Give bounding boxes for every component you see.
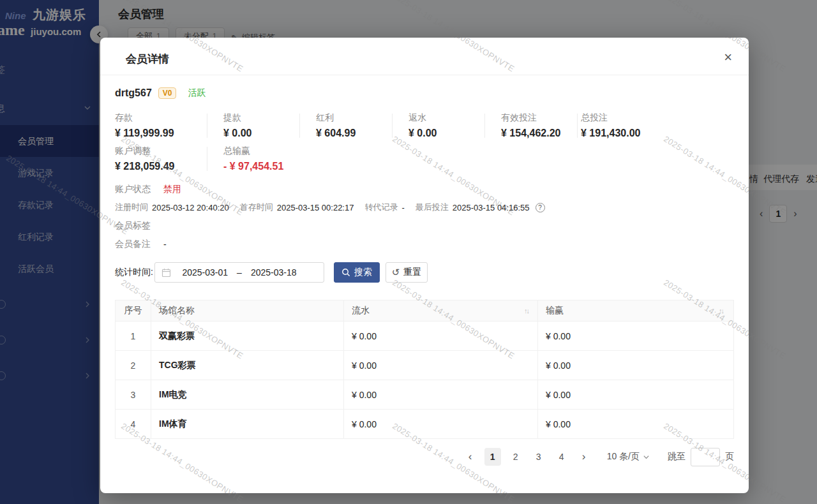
detail-label: 首存时间 <box>240 202 273 213</box>
venue-name: IM电竞 <box>151 380 344 409</box>
member-remark-label: 会员备注 <box>115 239 151 250</box>
sort-icon[interactable]: ↑↓ <box>719 307 724 315</box>
search-button[interactable]: 搜索 <box>334 262 380 283</box>
venue-name: TCG彩票 <box>151 351 344 380</box>
table-row: 4 IM体育 ¥ 0.00 ¥ 0.00 <box>116 409 733 438</box>
table-row: 2 TCG彩票 ¥ 0.00 ¥ 0.00 <box>116 350 733 380</box>
winloss-value: ¥ 0.00 <box>538 410 732 438</box>
stat-value: ¥ 604.99 <box>316 126 408 141</box>
agent-transfer-record: 转代记录 - <box>364 202 404 213</box>
column-header-turnover: 流水 ↑↓ <box>344 300 538 321</box>
member-activity-status: 活跃 <box>188 87 206 99</box>
stat-valid-bets: 有效投注 ¥ 154,462.20 <box>501 111 581 141</box>
date-range-picker[interactable]: 2025-03-01 – 2025-03-18 <box>154 262 324 283</box>
column-header-label: 流水 <box>352 305 370 316</box>
detail-value: - <box>401 203 404 212</box>
page-button-1[interactable]: 1 <box>484 448 501 466</box>
page-button-3[interactable]: 3 <box>530 448 547 466</box>
detail-value: 2025-03-12 20:40:20 <box>152 203 229 212</box>
calendar-icon <box>161 268 171 278</box>
jump-label: 跳至 <box>668 451 686 463</box>
account-status-row: 账户状态 禁用 <box>115 184 181 195</box>
modal-title: 会员详情 <box>126 52 169 66</box>
modal-header: 会员详情 × <box>100 38 749 75</box>
stats-row-1: 存款 ¥ 119,999.99 提款 ¥ 0.00 红利 ¥ 604.99 返水… <box>115 111 640 141</box>
column-header-label: 输赢 <box>546 305 564 316</box>
reset-button-label: 重置 <box>403 267 421 278</box>
detail-label: 注册时间 <box>115 202 148 213</box>
page-size-value: 10 条/页 <box>607 451 640 463</box>
first-deposit-time: 首存时间 2025-03-15 00:22:17 <box>240 202 354 213</box>
reset-button[interactable]: ↺ 重置 <box>386 262 428 283</box>
last-bet-time: 最后投注 2025-03-15 04:16:55 ? <box>416 202 545 213</box>
stat-deposit: 存款 ¥ 119,999.99 <box>115 111 223 141</box>
stat-label: 总投注 <box>581 111 640 124</box>
stat-label: 有效投注 <box>501 111 581 124</box>
stat-account-adjustment: 账户调整 ¥ 218,059.49 <box>115 144 223 174</box>
turnover-value: ¥ 0.00 <box>344 410 538 438</box>
next-page-icon[interactable]: › <box>576 450 592 463</box>
table-pagination: ‹ 1 2 3 4 › 10 条/页 跳至 页 <box>115 448 734 466</box>
account-status-badge: 禁用 <box>163 184 181 195</box>
winloss-value: ¥ 0.00 <box>538 380 732 409</box>
register-time: 注册时间 2025-03-12 20:40:20 <box>115 202 229 213</box>
column-header-winloss: 输赢 ↑↓ <box>538 300 732 321</box>
venue-name: 双赢彩票 <box>151 322 344 350</box>
table-row: 1 双赢彩票 ¥ 0.00 ¥ 0.00 <box>116 321 733 350</box>
member-summary: drtg567 V0 活跃 <box>115 87 206 99</box>
stat-value: ¥ 218,059.49 <box>115 159 223 174</box>
detail-value: 2025-03-15 04:16:55 <box>453 203 530 212</box>
date-separator: – <box>237 267 242 278</box>
stat-withdrawal: 提款 ¥ 0.00 <box>223 111 316 141</box>
stat-label: 红利 <box>316 111 408 124</box>
column-header-index: 序号 <box>116 300 151 321</box>
row-index: 1 <box>116 322 151 350</box>
detail-value: 2025-03-15 00:22:17 <box>277 203 354 212</box>
stat-rebate: 返水 ¥ 0.00 <box>408 111 501 141</box>
member-remark-row: 会员备注 - <box>115 239 167 250</box>
sort-icon[interactable]: ↑↓ <box>524 307 530 315</box>
stat-label: 存款 <box>115 111 223 124</box>
search-button-label: 搜索 <box>354 267 372 278</box>
stat-value: ¥ 154,462.20 <box>501 126 581 141</box>
member-tags-row: 会员标签 <box>115 220 151 232</box>
info-icon[interactable]: ? <box>536 203 545 212</box>
turnover-value: ¥ 0.00 <box>344 351 538 380</box>
venue-name: IM体育 <box>151 410 344 438</box>
winloss-value: ¥ 0.00 <box>538 322 732 350</box>
date-start-value: 2025-03-01 <box>182 267 228 278</box>
stats-time-label: 统计时间: <box>115 267 154 278</box>
account-status-label: 账户状态 <box>115 184 151 195</box>
page-button-2[interactable]: 2 <box>507 448 524 466</box>
stat-value: ¥ 0.00 <box>223 126 316 141</box>
row-index: 4 <box>116 410 151 438</box>
stat-value: ¥ 0.00 <box>408 126 501 141</box>
stat-label: 账户调整 <box>115 144 223 157</box>
stat-total-bets: 总投注 ¥ 191,430.00 <box>581 111 640 141</box>
winloss-value: ¥ 0.00 <box>538 351 732 380</box>
prev-page-icon[interactable]: ‹ <box>463 450 478 463</box>
stat-label: 提款 <box>223 111 316 124</box>
stat-value: ¥ 191,430.00 <box>581 126 640 141</box>
member-tags-label: 会员标签 <box>115 220 151 232</box>
search-icon <box>341 268 350 277</box>
member-detail-times-row: 注册时间 2025-03-12 20:40:20 首存时间 2025-03-15… <box>115 202 545 213</box>
member-detail-modal: 会员详情 × drtg567 V0 活跃 存款 ¥ 119,999.99 提款 … <box>100 38 749 493</box>
page-size-select[interactable]: 10 条/页 <box>607 451 650 463</box>
row-index: 3 <box>116 380 151 409</box>
venue-statistics-table: 序号 场馆名称 流水 ↑↓ 输赢 ↑↓ 1 双赢彩票 ¥ 0.00 ¥ 0.00… <box>115 300 734 439</box>
member-remark-value: - <box>163 239 167 249</box>
table-row: 3 IM电竞 ¥ 0.00 ¥ 0.00 <box>116 380 733 409</box>
close-icon[interactable]: × <box>724 50 732 64</box>
date-end-value: 2025-03-18 <box>251 267 297 278</box>
member-username: drtg567 <box>115 87 152 99</box>
jump-to-page: 跳至 页 <box>668 448 734 466</box>
page-unit-label: 页 <box>725 451 734 463</box>
column-header-venue: 场馆名称 <box>151 300 344 321</box>
page-button-4[interactable]: 4 <box>553 448 570 466</box>
jump-page-input[interactable] <box>691 448 720 466</box>
stat-bonus: 红利 ¥ 604.99 <box>316 111 408 141</box>
table-header-row: 序号 场馆名称 流水 ↑↓ 输赢 ↑↓ <box>116 300 733 321</box>
stat-value-negative: - ¥ 97,454.51 <box>223 159 283 174</box>
stat-total-win-loss: 总输赢 - ¥ 97,454.51 <box>223 144 283 174</box>
